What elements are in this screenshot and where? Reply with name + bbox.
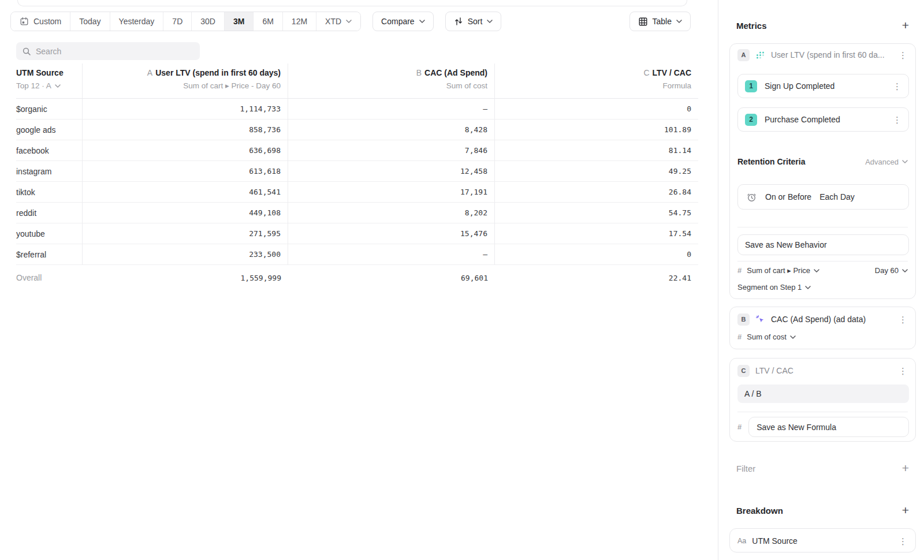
kebab-menu-icon[interactable]: ⋮ <box>896 536 910 547</box>
add-metric-button[interactable]: + <box>902 20 909 31</box>
table-row[interactable]: google ads 858,736 8,428 101.89 <box>16 120 698 140</box>
chevron-down-icon <box>676 20 682 23</box>
chart-card-bottom-edge <box>17 0 687 6</box>
cell-ltv: 1,114,733 <box>83 99 288 120</box>
segment-on-step-dropdown[interactable]: Segment on Step 1 <box>737 283 811 292</box>
report-main-area: Custom Today Yesterday 7D 30D 3M 6M 12M … <box>0 0 718 560</box>
filter-title: Filter <box>736 464 755 473</box>
advanced-dropdown[interactable]: Advanced <box>865 158 908 166</box>
row-label: $organic <box>16 99 83 120</box>
overall-label: Overall <box>16 265 83 290</box>
kebab-menu-icon[interactable]: ⋮ <box>896 50 910 61</box>
table-header-row: UTM Source Top 12 · A AUser LTV (spend i… <box>16 64 698 99</box>
compare-button[interactable]: Compare <box>372 12 434 31</box>
save-as-new-formula-button[interactable]: Save as New Formula <box>748 417 909 437</box>
chevron-down-icon <box>487 20 493 23</box>
date-range-xtd[interactable]: XTD <box>316 12 360 31</box>
funnel-step-2[interactable]: 2 Purchase Completed ⋮ <box>737 107 909 132</box>
chevron-down-icon <box>902 160 908 163</box>
kebab-menu-icon[interactable]: ⋮ <box>891 114 904 125</box>
column-subtitle: Sum of cart ▸ Price - Day 60 <box>83 80 281 92</box>
kebab-menu-icon[interactable]: ⋮ <box>896 365 910 376</box>
date-range-6m[interactable]: 6M <box>254 12 282 31</box>
cell-ratio: 101.89 <box>495 120 698 140</box>
column-title: LTV / CAC <box>653 68 691 77</box>
chevron-down-icon <box>902 269 908 272</box>
cell-cac: 8,428 <box>288 120 495 140</box>
metric-b-title[interactable]: CAC (Ad Spend) (ad data) <box>771 315 891 324</box>
metric-c-title[interactable]: LTV / CAC <box>755 366 891 375</box>
save-as-new-behavior-button[interactable]: Save as New Behavior <box>737 234 909 255</box>
breakdown-item: Aa UTM Source ⋮ <box>737 535 910 547</box>
formula-input[interactable]: A / B <box>737 384 909 403</box>
cell-cac: – <box>288 244 495 265</box>
numeric-hash-icon: # <box>737 266 742 275</box>
column-letter: C <box>643 68 649 77</box>
table-row[interactable]: tiktok 461,541 17,191 26.84 <box>16 182 698 203</box>
cell-ltv: 271,595 <box>83 223 288 244</box>
cell-ratio: 0 <box>495 99 698 120</box>
row-dimension-subtitle-dropdown[interactable]: Top 12 · A <box>16 80 82 92</box>
view-selector-table[interactable]: Table <box>629 12 691 31</box>
criteria-operator[interactable]: On or Before <box>765 192 811 201</box>
measure-property-dropdown[interactable]: Sum of cart ▸ Price <box>747 266 870 275</box>
date-range-custom[interactable]: Custom <box>11 12 70 31</box>
metric-b-header: B CAC (Ad Spend) (ad data) ⋮ <box>737 313 910 326</box>
retention-criteria-selector[interactable]: On or Before Each Day <box>737 184 909 210</box>
table-row[interactable]: instagram 613,618 12,458 49.25 <box>16 161 698 182</box>
column-header-ltv[interactable]: AUser LTV (spend in first 60 days) Sum o… <box>83 64 288 99</box>
string-property-icon: Aa <box>737 537 746 545</box>
date-range-12m[interactable]: 12M <box>283 12 316 31</box>
cell-ltv: 613,618 <box>83 161 288 182</box>
search-icon <box>22 47 31 56</box>
overall-cac: 69,601 <box>288 265 495 290</box>
chevron-down-icon <box>346 20 352 23</box>
date-range-picker: Custom Today Yesterday 7D 30D 3M 6M 12M … <box>10 12 361 31</box>
row-label: tiktok <box>16 182 83 203</box>
results-table: UTM Source Top 12 · A AUser LTV (spend i… <box>16 64 698 290</box>
date-range-3m-selected[interactable]: 3M <box>225 12 254 31</box>
column-header-ltv-cac[interactable]: CLTV / CAC Formula <box>495 64 698 99</box>
date-range-7d[interactable]: 7D <box>163 12 192 31</box>
behavior-dots-icon <box>755 50 765 60</box>
add-filter-button[interactable]: + <box>902 462 909 474</box>
date-range-30d[interactable]: 30D <box>192 12 225 31</box>
step-event-name: Purchase Completed <box>765 115 883 124</box>
sort-arrows-icon <box>454 17 463 26</box>
date-range-yesterday[interactable]: Yesterday <box>110 12 164 31</box>
cell-ratio: 49.25 <box>495 161 698 182</box>
chevron-down-icon <box>790 335 796 339</box>
row-label: instagram <box>16 161 83 182</box>
table-row[interactable]: facebook 636,698 7,846 81.14 <box>16 140 698 161</box>
divider <box>737 261 908 262</box>
table-overall-row: Overall 1,559,999 69,601 22.41 <box>16 265 698 290</box>
table-row[interactable]: $referral 233,500 – 0 <box>16 244 698 265</box>
column-letter: A <box>147 68 152 77</box>
cell-ratio: 0 <box>495 244 698 265</box>
sort-button[interactable]: Sort <box>445 12 502 31</box>
row-label: google ads <box>16 120 83 140</box>
kebab-menu-icon[interactable]: ⋮ <box>891 81 904 92</box>
kebab-menu-icon[interactable]: ⋮ <box>896 314 910 325</box>
table-row[interactable]: reddit 449,108 8,202 54.75 <box>16 203 698 223</box>
metric-a-title[interactable]: User LTV (spend in first 60 da... <box>771 50 891 59</box>
table-grid-icon <box>638 17 648 27</box>
funnel-step-1[interactable]: 1 Sign Up Completed ⋮ <box>737 74 909 98</box>
chevron-down-icon <box>419 20 425 23</box>
criteria-period[interactable]: Each Day <box>819 192 855 201</box>
measure-property-dropdown[interactable]: Sum of cost <box>747 333 796 341</box>
date-range-today[interactable]: Today <box>70 12 110 31</box>
breakdown-title: Breakdown <box>736 506 783 516</box>
table-row[interactable]: $organic 1,114,733 – 0 <box>16 99 698 120</box>
search-input[interactable] <box>36 47 194 56</box>
cell-ratio: 17.54 <box>495 223 698 244</box>
breakdown-card-utm-source[interactable]: Aa UTM Source ⋮ <box>729 528 916 552</box>
table-row[interactable]: youtube 271,595 15,476 17.54 <box>16 223 698 244</box>
add-breakdown-button[interactable]: + <box>902 505 909 516</box>
row-label: $referral <box>16 244 83 265</box>
calendar-icon <box>20 17 29 26</box>
measure-window-dropdown[interactable]: Day 60 <box>875 266 908 275</box>
chevron-down-icon <box>805 286 811 289</box>
column-header-cac[interactable]: BCAC (Ad Spend) Sum of cost <box>288 64 495 99</box>
insights-report: Custom Today Yesterday 7D 30D 3M 6M 12M … <box>0 0 924 560</box>
